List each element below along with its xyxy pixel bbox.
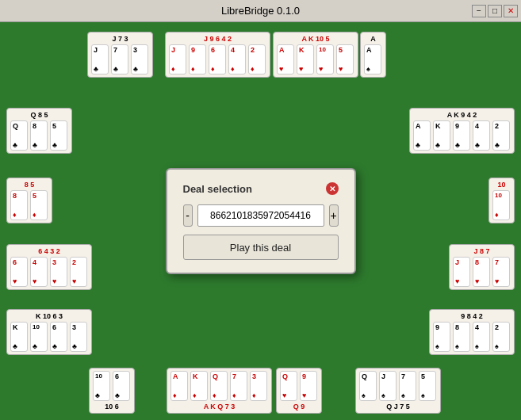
window-controls: − □ ✕ — [472, 5, 518, 17]
increment-button[interactable]: + — [329, 204, 339, 227]
play-deal-button[interactable]: Play this deal — [183, 235, 339, 260]
modal-header: Deal selection ✕ — [183, 182, 339, 195]
deal-selection-modal: Deal selection ✕ - + Play this deal — [166, 168, 356, 274]
deal-number-row: - + — [183, 204, 339, 227]
titlebar: LibreBridge 0.1.0 − □ ✕ — [0, 0, 521, 22]
restore-button[interactable]: □ — [488, 5, 502, 17]
modal-overlay: Deal selection ✕ - + Play this deal — [0, 22, 521, 420]
decrement-button[interactable]: - — [183, 204, 193, 227]
modal-title: Deal selection — [183, 183, 252, 195]
game-area: J 7 3 J♣ 7♣ 3♣ J 9 6 4 2 J♦ — [0, 22, 521, 420]
modal-close-button[interactable]: ✕ — [326, 182, 339, 195]
close-button[interactable]: ✕ — [504, 5, 518, 17]
minimize-button[interactable]: − — [472, 5, 486, 17]
app-title: LibreBridge 0.1.0 — [221, 5, 300, 17]
deal-number-input[interactable] — [197, 204, 324, 227]
